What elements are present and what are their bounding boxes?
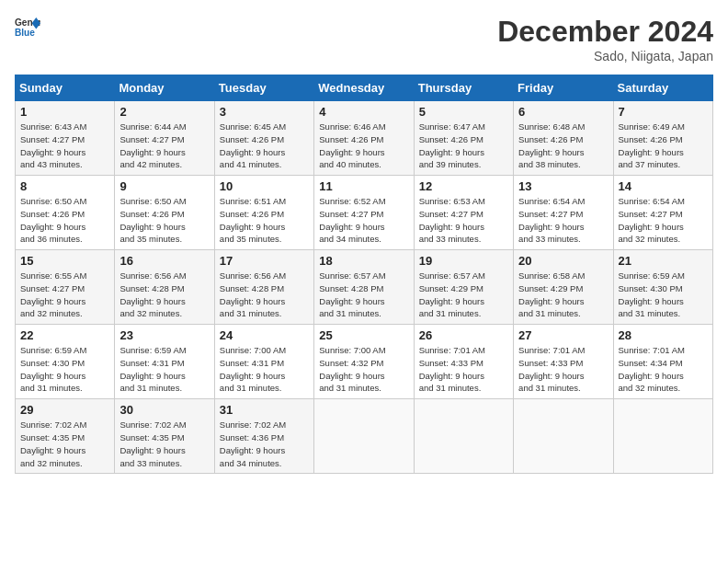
day-detail: Sunrise: 7:02 AMSunset: 4:35 PMDaylight:… — [20, 419, 109, 469]
day-detail: Sunrise: 7:00 AMSunset: 4:32 PMDaylight:… — [319, 344, 408, 395]
weekday-header: Tuesday — [214, 75, 313, 101]
day-detail: Sunrise: 6:45 AMSunset: 4:26 PMDaylight:… — [220, 121, 309, 171]
calendar-day-cell: 26Sunrise: 7:01 AMSunset: 4:33 PMDayligh… — [414, 325, 513, 399]
day-number: 21 — [619, 254, 708, 268]
day-detail: Sunrise: 7:02 AMSunset: 4:35 PMDaylight:… — [119, 419, 209, 469]
calendar-day-cell — [314, 399, 414, 474]
day-number: 14 — [619, 179, 708, 193]
day-detail: Sunrise: 6:58 AMSunset: 4:29 PMDaylight:… — [518, 270, 608, 320]
day-detail: Sunrise: 6:59 AMSunset: 4:30 PMDaylight:… — [619, 270, 708, 320]
calendar-week-row: 29Sunrise: 7:02 AMSunset: 4:35 PMDayligh… — [16, 399, 713, 474]
day-number: 24 — [220, 328, 309, 342]
day-detail: Sunrise: 7:01 AMSunset: 4:33 PMDaylight:… — [518, 344, 608, 395]
calendar-day-cell: 17Sunrise: 6:56 AMSunset: 4:28 PMDayligh… — [214, 250, 313, 325]
title-block: December 2024 Sado, Niigata, Japan — [497, 15, 713, 63]
day-detail: Sunrise: 7:02 AMSunset: 4:36 PMDaylight:… — [220, 419, 309, 469]
calendar-day-cell: 31Sunrise: 7:02 AMSunset: 4:36 PMDayligh… — [214, 399, 313, 474]
calendar-day-cell — [414, 399, 513, 474]
day-number: 15 — [20, 254, 109, 268]
svg-text:Blue: Blue — [15, 28, 35, 38]
calendar-day-cell: 29Sunrise: 7:02 AMSunset: 4:35 PMDayligh… — [16, 399, 115, 474]
day-detail: Sunrise: 6:50 AMSunset: 4:26 PMDaylight:… — [20, 195, 109, 246]
day-number: 27 — [518, 328, 608, 342]
day-detail: Sunrise: 6:54 AMSunset: 4:27 PMDaylight:… — [619, 195, 708, 246]
calendar-week-row: 8Sunrise: 6:50 AMSunset: 4:26 PMDaylight… — [16, 176, 713, 250]
calendar-day-cell: 15Sunrise: 6:55 AMSunset: 4:27 PMDayligh… — [16, 250, 115, 325]
calendar-day-cell: 23Sunrise: 6:59 AMSunset: 4:31 PMDayligh… — [115, 325, 214, 399]
day-detail: Sunrise: 6:59 AMSunset: 4:30 PMDaylight:… — [20, 344, 109, 395]
weekday-header: Wednesday — [314, 75, 414, 101]
calendar-day-cell: 19Sunrise: 6:57 AMSunset: 4:29 PMDayligh… — [414, 250, 513, 325]
day-number: 16 — [119, 254, 209, 268]
calendar-day-cell: 9Sunrise: 6:50 AMSunset: 4:26 PMDaylight… — [115, 176, 214, 250]
calendar-day-cell: 21Sunrise: 6:59 AMSunset: 4:30 PMDayligh… — [613, 250, 712, 325]
day-number: 10 — [220, 179, 309, 193]
calendar-day-cell: 22Sunrise: 6:59 AMSunset: 4:30 PMDayligh… — [16, 325, 115, 399]
day-number: 12 — [419, 179, 508, 193]
calendar-day-cell: 5Sunrise: 6:47 AMSunset: 4:26 PMDaylight… — [414, 101, 513, 176]
day-detail: Sunrise: 6:44 AMSunset: 4:27 PMDaylight:… — [119, 121, 209, 171]
calendar-week-row: 1Sunrise: 6:43 AMSunset: 4:27 PMDaylight… — [16, 101, 713, 176]
day-number: 2 — [119, 105, 209, 119]
day-detail: Sunrise: 6:43 AMSunset: 4:27 PMDaylight:… — [20, 121, 109, 171]
day-number: 25 — [319, 328, 408, 342]
day-number: 6 — [518, 105, 608, 119]
day-detail: Sunrise: 7:00 AMSunset: 4:31 PMDaylight:… — [220, 344, 309, 395]
weekday-header: Friday — [514, 75, 613, 101]
calendar-day-cell: 8Sunrise: 6:50 AMSunset: 4:26 PMDaylight… — [16, 176, 115, 250]
day-detail: Sunrise: 6:53 AMSunset: 4:27 PMDaylight:… — [419, 195, 508, 246]
day-number: 8 — [20, 179, 109, 193]
day-detail: Sunrise: 7:01 AMSunset: 4:33 PMDaylight:… — [419, 344, 508, 395]
weekday-header: Monday — [115, 75, 214, 101]
day-detail: Sunrise: 6:55 AMSunset: 4:27 PMDaylight:… — [20, 270, 109, 320]
day-detail: Sunrise: 6:48 AMSunset: 4:26 PMDaylight:… — [518, 121, 608, 171]
day-number: 26 — [419, 328, 508, 342]
day-number: 31 — [220, 403, 309, 417]
weekday-header: Sunday — [16, 75, 115, 101]
day-number: 18 — [319, 254, 408, 268]
day-number: 20 — [518, 254, 608, 268]
calendar-day-cell: 11Sunrise: 6:52 AMSunset: 4:27 PMDayligh… — [314, 176, 414, 250]
calendar-day-cell: 3Sunrise: 6:45 AMSunset: 4:26 PMDaylight… — [214, 101, 313, 176]
day-detail: Sunrise: 6:52 AMSunset: 4:27 PMDaylight:… — [319, 195, 408, 246]
day-number: 3 — [220, 105, 309, 119]
location-subtitle: Sado, Niigata, Japan — [497, 49, 713, 63]
calendar-week-row: 15Sunrise: 6:55 AMSunset: 4:27 PMDayligh… — [16, 250, 713, 325]
logo-icon: General Blue — [15, 15, 40, 40]
day-number: 19 — [419, 254, 508, 268]
calendar-day-cell: 25Sunrise: 7:00 AMSunset: 4:32 PMDayligh… — [314, 325, 414, 399]
calendar-day-cell: 28Sunrise: 7:01 AMSunset: 4:34 PMDayligh… — [613, 325, 712, 399]
logo: General Blue — [15, 15, 40, 40]
calendar-day-cell — [514, 399, 613, 474]
calendar-day-cell: 24Sunrise: 7:00 AMSunset: 4:31 PMDayligh… — [214, 325, 313, 399]
day-number: 28 — [619, 328, 708, 342]
day-detail: Sunrise: 6:56 AMSunset: 4:28 PMDaylight:… — [119, 270, 209, 320]
calendar-day-cell: 4Sunrise: 6:46 AMSunset: 4:26 PMDaylight… — [314, 101, 414, 176]
day-detail: Sunrise: 6:46 AMSunset: 4:26 PMDaylight:… — [319, 121, 408, 171]
calendar-day-cell: 14Sunrise: 6:54 AMSunset: 4:27 PMDayligh… — [613, 176, 712, 250]
calendar-day-cell: 16Sunrise: 6:56 AMSunset: 4:28 PMDayligh… — [115, 250, 214, 325]
day-detail: Sunrise: 6:54 AMSunset: 4:27 PMDaylight:… — [518, 195, 608, 246]
day-detail: Sunrise: 6:59 AMSunset: 4:31 PMDaylight:… — [119, 344, 209, 395]
day-number: 9 — [119, 179, 209, 193]
calendar-day-cell: 6Sunrise: 6:48 AMSunset: 4:26 PMDaylight… — [514, 101, 613, 176]
day-number: 5 — [419, 105, 508, 119]
calendar-day-cell: 2Sunrise: 6:44 AMSunset: 4:27 PMDaylight… — [115, 101, 214, 176]
day-detail: Sunrise: 6:51 AMSunset: 4:26 PMDaylight:… — [220, 195, 309, 246]
day-number: 11 — [319, 179, 408, 193]
page-header: General Blue December 2024 Sado, Niigata… — [15, 15, 713, 63]
weekday-header-row: SundayMondayTuesdayWednesdayThursdayFrid… — [16, 75, 713, 101]
calendar-day-cell: 27Sunrise: 7:01 AMSunset: 4:33 PMDayligh… — [514, 325, 613, 399]
day-detail: Sunrise: 6:47 AMSunset: 4:26 PMDaylight:… — [419, 121, 508, 171]
day-detail: Sunrise: 6:49 AMSunset: 4:26 PMDaylight:… — [619, 121, 708, 171]
calendar-day-cell: 7Sunrise: 6:49 AMSunset: 4:26 PMDaylight… — [613, 101, 712, 176]
calendar-day-cell: 20Sunrise: 6:58 AMSunset: 4:29 PMDayligh… — [514, 250, 613, 325]
day-number: 30 — [119, 403, 209, 417]
calendar-day-cell: 13Sunrise: 6:54 AMSunset: 4:27 PMDayligh… — [514, 176, 613, 250]
calendar-day-cell — [613, 399, 712, 474]
day-number: 1 — [20, 105, 109, 119]
weekday-header: Saturday — [613, 75, 712, 101]
calendar-week-row: 22Sunrise: 6:59 AMSunset: 4:30 PMDayligh… — [16, 325, 713, 399]
day-number: 23 — [119, 328, 209, 342]
calendar-day-cell: 10Sunrise: 6:51 AMSunset: 4:26 PMDayligh… — [214, 176, 313, 250]
